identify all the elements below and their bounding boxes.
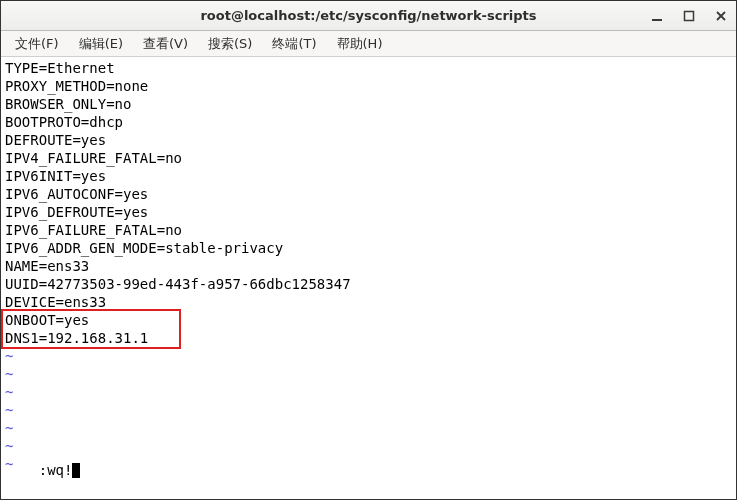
file-line: IPV6INIT=yes	[5, 167, 732, 185]
window-title: root@localhost:/etc/sysconfig/network-sc…	[1, 8, 736, 23]
menu-terminal[interactable]: 终端(T)	[264, 32, 324, 56]
file-line: BOOTPROTO=dhcp	[5, 113, 732, 131]
empty-line-marker: ~	[5, 401, 732, 419]
menu-view[interactable]: 查看(V)	[135, 32, 196, 56]
file-line: IPV6_DEFROUTE=yes	[5, 203, 732, 221]
file-line: UUID=42773503-99ed-443f-a957-66dbc125834…	[5, 275, 732, 293]
file-line: IPV6_FAILURE_FATAL=no	[5, 221, 732, 239]
editor-content: TYPE=EthernetPROXY_METHOD=noneBROWSER_ON…	[5, 59, 732, 347]
window-titlebar: root@localhost:/etc/sysconfig/network-sc…	[1, 1, 736, 31]
file-line: TYPE=Ethernet	[5, 59, 732, 77]
editor-empty-lines: ~~~~~~~	[5, 347, 732, 497]
vim-command-line: :wq!	[5, 443, 80, 497]
menu-search[interactable]: 搜索(S)	[200, 32, 260, 56]
file-line: IPV6_ADDR_GEN_MODE=stable-privacy	[5, 239, 732, 257]
empty-line-marker: ~	[5, 365, 732, 383]
file-line: ONBOOT=yes	[5, 311, 732, 329]
close-button[interactable]	[714, 9, 728, 23]
cursor-icon	[72, 463, 80, 478]
file-line: DNS1=192.168.31.1	[5, 329, 732, 347]
terminal-area[interactable]: TYPE=EthernetPROXY_METHOD=noneBROWSER_ON…	[1, 57, 736, 499]
menu-file[interactable]: 文件(F)	[7, 32, 67, 56]
empty-line-marker: ~	[5, 419, 732, 437]
file-line: IPV6_AUTOCONF=yes	[5, 185, 732, 203]
empty-line-marker: ~	[5, 437, 732, 455]
file-line: DEVICE=ens33	[5, 293, 732, 311]
file-line: DEFROUTE=yes	[5, 131, 732, 149]
menu-help[interactable]: 帮助(H)	[329, 32, 391, 56]
empty-line-marker: ~	[5, 347, 732, 365]
minimize-button[interactable]	[650, 9, 664, 23]
file-line: PROXY_METHOD=none	[5, 77, 732, 95]
file-line: BROWSER_ONLY=no	[5, 95, 732, 113]
window-controls	[650, 9, 728, 23]
svg-rect-0	[652, 19, 662, 21]
file-line: NAME=ens33	[5, 257, 732, 275]
maximize-button[interactable]	[682, 9, 696, 23]
menu-edit[interactable]: 编辑(E)	[71, 32, 131, 56]
empty-line-marker: ~	[5, 455, 732, 473]
menubar: 文件(F) 编辑(E) 查看(V) 搜索(S) 终端(T) 帮助(H)	[1, 31, 736, 57]
command-text: :wq!	[39, 462, 73, 478]
svg-rect-1	[685, 11, 694, 20]
file-line: IPV4_FAILURE_FATAL=no	[5, 149, 732, 167]
empty-line-marker: ~	[5, 383, 732, 401]
